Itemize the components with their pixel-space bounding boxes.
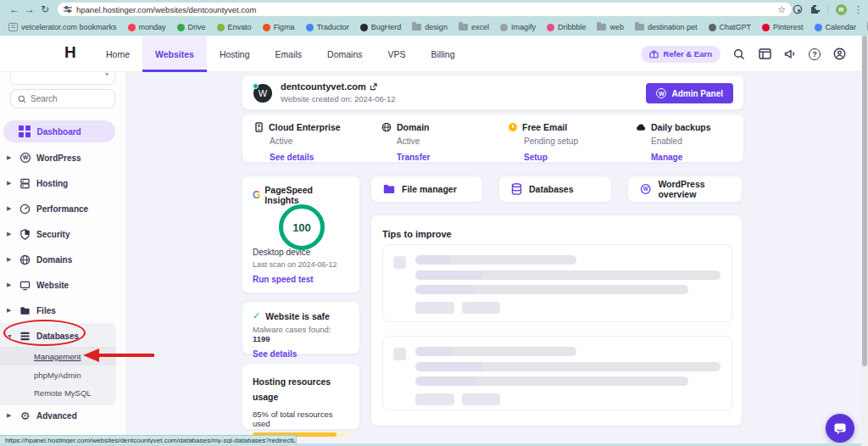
sidebar-item-databases[interactable]: ▼ Databases [0, 326, 119, 346]
run-speed-test-link[interactable]: Run speed test [253, 275, 314, 284]
sidebar-item-security[interactable]: ▶ Security [0, 224, 119, 244]
chat-support-button[interactable] [826, 414, 854, 443]
tips-card: Tips to improve [370, 215, 743, 426]
tune-icon[interactable] [64, 5, 72, 14]
see-details-link[interactable]: See details [270, 153, 381, 162]
browser-toolbar: ← → ↻ hpanel.hostinger.com/websites/dent… [0, 0, 868, 19]
panel-switcher-icon[interactable] [758, 47, 771, 61]
hostinger-logo[interactable]: H [64, 43, 75, 62]
sidebar-item-performance[interactable]: ▶ Performance [0, 198, 119, 219]
tab-home[interactable]: Home [93, 36, 142, 72]
search-input[interactable] [31, 94, 98, 103]
bookmark-item[interactable]: ChatGPT [709, 23, 752, 31]
bookmark-item[interactable]: Pinterest [762, 23, 804, 31]
sidebar-item-files[interactable]: ▶ Files [0, 300, 119, 321]
bookmark-item[interactable]: Imagify [500, 23, 536, 31]
bookmark-folder[interactable]: web [597, 23, 624, 31]
pending-warning-icon [509, 123, 517, 131]
reload-icon[interactable]: ↻ [37, 0, 53, 19]
wordpress-overview-card[interactable]: W WordPress overview [627, 176, 743, 203]
back-icon[interactable]: ← [7, 0, 22, 19]
extension-badge-icon[interactable] [793, 4, 803, 14]
chat-icon [833, 422, 847, 435]
announcements-icon[interactable] [783, 47, 797, 61]
service-status: Active [397, 137, 420, 146]
service-domain: Domain Active Transfer [381, 122, 509, 162]
bookmark-folder[interactable]: design [412, 23, 448, 31]
tab-billing[interactable]: Billing [419, 36, 468, 72]
search-icon[interactable] [732, 47, 746, 61]
shield-icon [19, 228, 31, 241]
sidebar-item-advanced[interactable]: ▶ ⚙ Advanced [0, 405, 119, 426]
profile-icon[interactable] [832, 47, 846, 61]
wordpress-icon: W [640, 183, 651, 195]
bookmark-star-icon[interactable]: ☆ [777, 4, 786, 15]
help-icon[interactable]: ? [809, 48, 821, 60]
skeleton-button [462, 393, 500, 405]
skeleton-avatar [393, 256, 406, 269]
url-bar[interactable]: hpanel.hostinger.com/websites/dentcounty… [58, 3, 792, 16]
sidebar-item-domains[interactable]: ▶ Domains [0, 249, 119, 270]
malware-label: Malware cases found: [253, 325, 331, 334]
tab-domains[interactable]: Domains [314, 36, 375, 72]
url-text: hpanel.hostinger.com/websites/dentcounty… [76, 5, 777, 14]
skeleton-button [415, 393, 454, 405]
skeleton-button [462, 302, 500, 314]
bookmark-item[interactable]: BugHerd [360, 23, 402, 31]
manage-link[interactable]: Manage [651, 153, 743, 162]
scrollbar-thumb[interactable] [862, 36, 867, 366]
external-link-icon[interactable] [370, 83, 377, 91]
bookmark-item[interactable]: monday [128, 23, 166, 31]
safety-title: Website is safe [265, 311, 330, 321]
sidebar-subitem-phpmyadmin[interactable]: phpMyAdmin [0, 365, 116, 384]
bookmark-item[interactable]: Drive [177, 23, 206, 31]
tab-vps[interactable]: VPS [376, 36, 419, 72]
sidebar-subitem-remote-mysql[interactable]: Remote MySQL [0, 383, 116, 402]
setup-link[interactable]: Setup [524, 153, 636, 162]
databases-card[interactable]: Databases [498, 176, 612, 203]
sidebar-item-website[interactable]: ▶ Website [0, 275, 119, 295]
sidebar-item-hosting[interactable]: ▶ Hosting [0, 173, 119, 193]
pagespeed-device: Desktop device [253, 248, 310, 257]
chevron-right-icon: ▶ [7, 231, 14, 237]
bookmark-item[interactable]: Figma [263, 23, 295, 31]
skeleton-line [415, 347, 576, 356]
bookmark-item[interactable]: Dribbble [547, 23, 587, 31]
favicon [815, 24, 822, 31]
admin-panel-button[interactable]: W Admin Panel [646, 83, 733, 103]
transfer-link[interactable]: Transfer [397, 153, 509, 162]
skeleton-line [415, 255, 576, 265]
bookmark-item[interactable]: Envato [217, 23, 252, 31]
sidebar-item-dashboard[interactable]: Dashboard [3, 120, 115, 142]
extensions-puzzle-icon[interactable] [810, 4, 820, 14]
browser-menu-icon[interactable]: ⋮ [854, 4, 863, 15]
sidebar-search[interactable] [10, 89, 115, 109]
sidebar-item-wordpress[interactable]: ▶ W WordPress [0, 148, 119, 168]
chevron-right-icon: ▶ [7, 412, 14, 419]
wordpress-icon: W [19, 152, 31, 164]
bookmark-folder[interactable]: destination pet [635, 23, 698, 31]
tab-hosting[interactable]: Hosting [207, 36, 263, 72]
bookmark-item[interactable]: vetcelerator.com bookmarks [8, 23, 117, 31]
browser-profile-avatar[interactable]: R [836, 4, 847, 15]
bookmark-item[interactable]: Calendar [815, 23, 857, 31]
chevron-down-icon: ▼ [7, 333, 14, 339]
tip-skeleton-item [382, 336, 732, 410]
tab-emails[interactable]: Emails [263, 36, 315, 72]
website-selector-dropdown[interactable]: ▾ [10, 72, 115, 85]
folder-icon [459, 24, 468, 31]
bookmark-folder[interactable]: excel [459, 23, 489, 31]
dashboard-icon [19, 125, 31, 137]
tab-websites[interactable]: Websites [142, 36, 207, 72]
refer-earn-button[interactable]: Refer & Earn [641, 46, 721, 63]
speedometer-icon [19, 203, 31, 215]
safety-see-details-link[interactable]: See details [253, 349, 349, 359]
malware-count: 1199 [253, 334, 270, 343]
site-domain: dentcountyvet.com [281, 81, 366, 92]
skeleton-line [415, 285, 688, 294]
page-scrollbar[interactable] [861, 36, 868, 446]
svg-text:W: W [643, 186, 648, 192]
bookmark-item[interactable]: Traductor [306, 23, 349, 31]
forward-icon[interactable]: → [22, 0, 37, 19]
file-manager-card[interactable]: File manager [370, 176, 483, 203]
